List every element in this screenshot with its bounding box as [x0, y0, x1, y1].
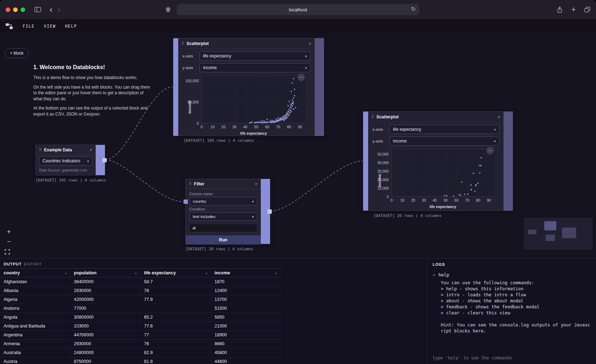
zoom-window-button[interactable] — [21, 7, 25, 12]
refresh-button[interactable]: ↻ — [411, 6, 416, 12]
chart-menu-button[interactable]: ⋯ — [487, 147, 494, 154]
column-header[interactable]: population▴ — [70, 269, 140, 278]
node-header[interactable]: ⠿ Filter × — [186, 179, 261, 189]
add-block-button[interactable]: + block — [5, 48, 29, 58]
fit-view-button[interactable] — [5, 247, 13, 256]
menu-item-file[interactable]: FILE — [23, 24, 35, 29]
dataset-caption: [DATASET] 195 rows | 4 columns — [184, 138, 254, 143]
log-command-input[interactable] — [433, 355, 590, 360]
column-header[interactable]: country▴ — [0, 269, 70, 278]
table-row[interactable]: Armenia2930000768660 — [0, 340, 280, 348]
input-port-strip[interactable] — [363, 112, 368, 211]
chevron-down-icon: ▾ — [305, 66, 307, 70]
node-header[interactable]: ⠿ Example Data × — [36, 145, 96, 155]
table-row[interactable]: Austria875000081.844600 — [0, 357, 280, 364]
y-axis-select[interactable]: income ▾ — [389, 136, 499, 146]
x-axis-title: life expectancy — [202, 131, 305, 135]
table-row[interactable]: Algeria4200000077.913700 — [0, 295, 280, 304]
table-row[interactable]: Australia2480000082.945800 — [0, 348, 280, 357]
table-cell: 45800 — [211, 348, 280, 357]
table-cell — [140, 304, 211, 313]
chevron-down-icon: ▾ — [87, 159, 89, 163]
flow-canvas[interactable]: + block 1. Welcome to Datablocks! This i… — [0, 33, 596, 258]
y-axis-select[interactable]: income ▾ — [199, 63, 310, 72]
tab-export[interactable]: EXPORT — [24, 262, 42, 266]
fullscreen-icon — [5, 249, 10, 254]
column-header[interactable]: life expectancy▴ — [140, 269, 211, 278]
forward-button[interactable]: › — [57, 6, 60, 13]
scatter-point — [292, 82, 293, 84]
x-tick-label: 0 — [390, 198, 393, 202]
log-line: > clear - clears this view — [441, 310, 590, 316]
sidebar-toggle-button[interactable] — [34, 7, 41, 12]
output-port-strip[interactable] — [261, 179, 270, 244]
privacy-shield-icon[interactable] — [165, 7, 171, 13]
run-button[interactable]: Run — [186, 235, 261, 245]
chart-menu-button[interactable]: ⋯ — [298, 74, 305, 81]
output-port-strip[interactable] — [315, 38, 324, 136]
close-icon[interactable]: × — [308, 41, 311, 46]
scatter-point — [291, 111, 292, 112]
table-row[interactable]: Andorra7700051500 — [0, 304, 280, 313]
x-tick-label: 20 — [221, 125, 226, 129]
output-port-strip[interactable] — [96, 145, 105, 175]
scatter-point — [287, 105, 289, 106]
dataset-select[interactable]: Countries Indicators ▾ — [39, 156, 92, 166]
scatter-point — [291, 107, 292, 109]
table-row[interactable]: Afghanistan3640000058.71870 — [0, 278, 280, 286]
table-row[interactable]: Albania29300007812400 — [0, 286, 280, 295]
menu-item-view[interactable]: VIEW — [44, 24, 56, 29]
new-tab-button[interactable]: + — [571, 5, 576, 14]
dataset-caption: [DATASET] 20 rows | 4 columns — [185, 247, 253, 251]
node-header[interactable]: ⠿ Scatterplot × — [178, 38, 315, 49]
minimize-window-button[interactable] — [13, 7, 18, 12]
welcome-paragraph: At the bottom you can see the output of … — [33, 105, 152, 117]
table-row[interactable]: Argentina447000007718900 — [0, 331, 280, 340]
plot-area — [392, 150, 494, 197]
input-port-strip[interactable] — [173, 38, 178, 136]
close-icon[interactable]: × — [497, 114, 500, 119]
x-tick-label: 40 — [433, 198, 437, 202]
node-title: Example Data — [44, 147, 87, 152]
table-cell: 24800000 — [70, 348, 140, 357]
minimap[interactable] — [524, 218, 593, 250]
back-button[interactable]: ‹ — [50, 6, 52, 13]
x-axis-select[interactable]: life expectancy ▾ — [199, 51, 310, 61]
condition-select[interactable]: text includes ▾ — [189, 212, 257, 221]
output-port[interactable] — [102, 158, 107, 162]
tab-output[interactable]: OUTPUT — [4, 262, 22, 266]
column-header[interactable]: income▴ — [211, 269, 280, 278]
output-port[interactable] — [268, 209, 272, 214]
log-output: You can use the following commands:> hel… — [441, 280, 590, 316]
table-cell: Australia — [0, 348, 70, 357]
table-row[interactable]: Antigua and Barbuda10300077.621000 — [0, 322, 280, 331]
close-icon[interactable]: × — [254, 181, 258, 186]
zoom-in-button[interactable]: + — [5, 228, 13, 236]
show-tabs-button[interactable] — [584, 7, 590, 12]
scatter-point — [293, 101, 294, 102]
column-name-label: Column name: — [189, 192, 257, 196]
close-icon[interactable]: × — [89, 147, 92, 152]
zoom-out-button[interactable]: − — [5, 237, 13, 246]
filter-query-input[interactable] — [189, 224, 257, 232]
share-button[interactable] — [557, 6, 563, 13]
tabs-icon — [584, 7, 590, 12]
scatter-point — [475, 185, 477, 186]
table-cell: 42000000 — [70, 295, 140, 304]
close-window-button[interactable] — [6, 7, 10, 12]
x-tick-label: 80 — [287, 125, 291, 129]
node-header[interactable]: ⠿ Scatterplot × — [368, 112, 504, 122]
table-cell: Antigua and Barbuda — [0, 322, 70, 331]
menu-item-help[interactable]: HELP — [65, 24, 77, 29]
drag-handle-icon: ⠿ — [189, 182, 191, 186]
x-axis-select[interactable]: life expectancy ▾ — [389, 125, 499, 134]
url-bar[interactable]: localhost ↻ — [177, 4, 420, 15]
column-select[interactable]: country ▾ — [189, 197, 257, 206]
scatter-point — [293, 78, 294, 79]
x-axis-title: life expectancy — [392, 205, 494, 209]
y-ticks: 050,000100,000 — [181, 77, 200, 123]
table-row[interactable]: Angola3080000065.25850 — [0, 313, 280, 322]
output-port-strip[interactable] — [504, 112, 513, 211]
node-title: Scatterplot — [376, 114, 495, 119]
y-tick-label: 30,000 — [377, 169, 389, 173]
